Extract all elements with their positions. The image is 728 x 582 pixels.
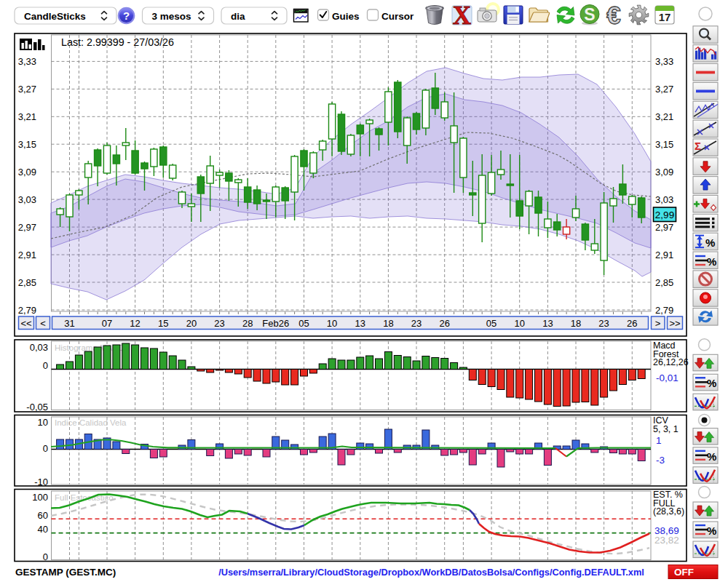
- svg-text:10: 10: [514, 318, 524, 329]
- svg-text:2,85: 2,85: [655, 277, 673, 288]
- svg-text:-3: -3: [656, 455, 665, 466]
- svg-text:13: 13: [355, 318, 365, 329]
- svg-text:100: 100: [32, 492, 48, 503]
- svg-text:3,09: 3,09: [18, 167, 36, 178]
- svg-text:23: 23: [411, 318, 422, 329]
- svg-text:28: 28: [242, 318, 253, 329]
- svg-text:3 mesos: 3 mesos: [152, 11, 191, 22]
- svg-text:>>: >>: [669, 318, 680, 329]
- svg-text:60: 60: [38, 510, 48, 521]
- svg-text:0: 0: [43, 551, 48, 562]
- svg-text:3,21: 3,21: [18, 111, 36, 122]
- svg-text:GESTAMP (GEST.MC): GESTAMP (GEST.MC): [15, 567, 116, 578]
- svg-text:05: 05: [298, 318, 309, 329]
- svg-text:>: >: [655, 318, 661, 329]
- svg-text:07: 07: [102, 318, 112, 329]
- svg-text:0: 0: [43, 443, 48, 454]
- svg-text:3,03: 3,03: [655, 194, 673, 205]
- svg-text:18: 18: [571, 318, 581, 329]
- svg-text:23: 23: [598, 318, 609, 329]
- svg-text:-10: -10: [34, 477, 48, 487]
- svg-text:2,97: 2,97: [18, 222, 36, 233]
- svg-text:X: X: [453, 1, 471, 30]
- svg-text:3,27: 3,27: [18, 84, 36, 95]
- svg-text:€: €: [606, 1, 620, 29]
- svg-text:-0,05: -0,05: [26, 402, 48, 412]
- svg-text:%: %: [707, 525, 716, 537]
- svg-text:3,33: 3,33: [655, 56, 673, 67]
- svg-text:2,91: 2,91: [18, 250, 36, 260]
- svg-text:23,82: 23,82: [654, 535, 679, 546]
- svg-text:26: 26: [627, 318, 637, 329]
- svg-text:0,03: 0,03: [30, 342, 48, 353]
- svg-text:%: %: [707, 255, 716, 268]
- svg-text:2,97: 2,97: [655, 222, 673, 233]
- svg-text:OFF: OFF: [674, 567, 694, 578]
- svg-text:3,03: 3,03: [18, 194, 36, 205]
- svg-text:%: %: [707, 377, 716, 389]
- svg-text:3,27: 3,27: [655, 84, 673, 95]
- svg-text:15: 15: [158, 318, 168, 329]
- svg-text:23: 23: [214, 318, 224, 329]
- svg-text:Guies: Guies: [332, 11, 360, 22]
- svg-text:3,15: 3,15: [655, 139, 673, 150]
- svg-text:-0,01: -0,01: [656, 372, 678, 383]
- svg-text:%: %: [707, 450, 716, 463]
- svg-text:2,79: 2,79: [655, 305, 673, 316]
- svg-text:Last: 2.99399 - 27/03/26: Last: 2.99399 - 27/03/26: [61, 36, 174, 48]
- svg-text:31: 31: [64, 318, 74, 329]
- svg-text:0: 0: [43, 360, 48, 371]
- svg-text:12: 12: [130, 318, 140, 329]
- svg-text:5, 3, 1: 5, 3, 1: [653, 424, 678, 434]
- svg-text:dia: dia: [231, 11, 245, 22]
- svg-text:?: ?: [123, 9, 130, 22]
- svg-text:26,12,26: 26,12,26: [653, 357, 689, 367]
- svg-text:3,15: 3,15: [18, 139, 36, 150]
- svg-text:/Users/mserra/Library/CloudSto: /Users/mserra/Library/CloudStorage/Dropb…: [218, 567, 644, 578]
- svg-text:10: 10: [38, 417, 48, 428]
- svg-text:10: 10: [327, 318, 337, 329]
- svg-text:CandleSticks: CandleSticks: [24, 11, 86, 22]
- svg-text:13: 13: [542, 318, 553, 329]
- svg-text:40: 40: [38, 524, 48, 535]
- svg-text:%: %: [705, 236, 715, 249]
- svg-text:20: 20: [186, 318, 197, 329]
- svg-text:1: 1: [656, 435, 662, 446]
- svg-text:05: 05: [486, 318, 496, 329]
- svg-text:Indice Calidad Vela: Indice Calidad Vela: [55, 418, 127, 427]
- svg-text:Cursor: Cursor: [381, 11, 414, 22]
- svg-text:2,99: 2,99: [655, 210, 674, 220]
- svg-text:2,91: 2,91: [655, 250, 673, 260]
- svg-text:Feb26: Feb26: [262, 318, 289, 329]
- svg-text:<<: <<: [20, 318, 31, 329]
- svg-text:17: 17: [659, 11, 671, 23]
- svg-text:<: <: [40, 318, 46, 329]
- svg-text:3,21: 3,21: [655, 111, 673, 122]
- svg-text:3,09: 3,09: [655, 167, 673, 178]
- svg-text:2,79: 2,79: [18, 305, 36, 316]
- svg-text:3,33: 3,33: [18, 56, 36, 67]
- svg-text:2,85: 2,85: [18, 277, 36, 288]
- svg-text:18: 18: [383, 318, 393, 329]
- svg-text:(28,3,6): (28,3,6): [653, 506, 684, 517]
- svg-text:S: S: [584, 5, 595, 24]
- svg-text:26: 26: [439, 318, 449, 329]
